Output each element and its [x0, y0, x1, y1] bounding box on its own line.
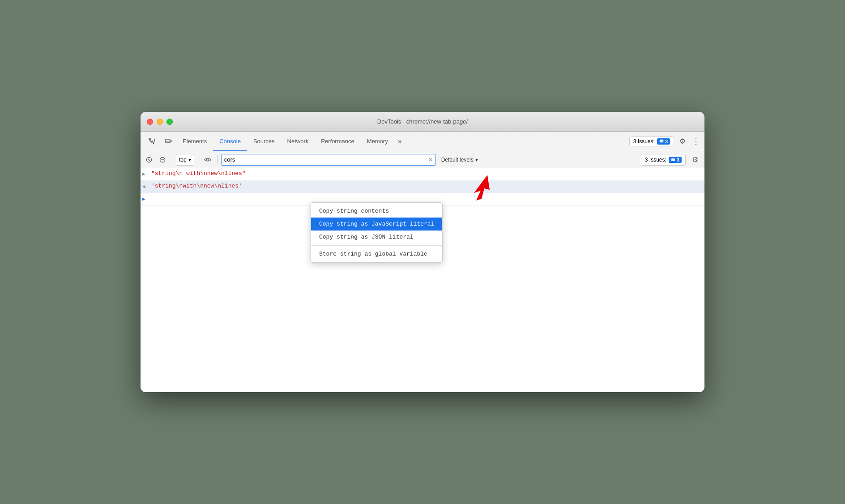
- maximize-button[interactable]: [166, 119, 173, 125]
- filter-input[interactable]: [224, 156, 427, 163]
- toolbar-divider-1: [172, 155, 172, 164]
- console-area: ▶ "string\n with\nnew\nlines" ◀ 'string\…: [141, 168, 704, 392]
- levels-chevron-icon: ▾: [475, 157, 478, 163]
- default-levels-label: Default levels: [441, 157, 474, 163]
- menu-item-copy-js-literal[interactable]: Copy string as JavaScript literal: [311, 218, 442, 231]
- device-toggle-button[interactable]: [160, 132, 176, 151]
- svg-rect-11: [671, 158, 675, 161]
- context-label: top: [179, 157, 187, 163]
- tab-performance[interactable]: Performance: [315, 132, 360, 151]
- svg-rect-4: [660, 140, 663, 142]
- window-controls: [147, 119, 173, 125]
- console-toolbar: top ▾ ✕ Default levels ▾ 3 Issues:: [141, 151, 704, 168]
- console-row-2: ◀ 'string\nwith\nnew\nlines' Copy string…: [141, 181, 704, 193]
- issues-badge: 3: [669, 157, 682, 163]
- close-button[interactable]: [147, 119, 153, 125]
- tab-memory[interactable]: Memory: [361, 132, 394, 151]
- tab-right-controls: 3 Issues: 3 ⚙ ⋮: [629, 132, 701, 151]
- context-menu: Copy string contents Copy string as Java…: [311, 202, 443, 263]
- toolbar-right: 3 Issues: 3 ⚙: [641, 153, 702, 167]
- issues-count-button[interactable]: 3 Issues: 3: [641, 154, 686, 166]
- menu-item-copy-contents[interactable]: Copy string contents: [311, 205, 442, 218]
- issues-badge-button[interactable]: 3 Issues: 3: [629, 137, 674, 146]
- console-input-2: 'string\nwith\nnew\nlines': [151, 183, 242, 189]
- menu-item-copy-json-literal[interactable]: Copy string as JSON literal: [311, 231, 442, 243]
- return-arrow-2: ◀: [142, 184, 149, 189]
- issues-label: 3 Issues:: [633, 138, 655, 145]
- svg-rect-1: [166, 139, 170, 143]
- default-levels-button[interactable]: Default levels ▾: [438, 156, 482, 164]
- live-expressions-button[interactable]: [202, 154, 213, 166]
- minimize-button[interactable]: [157, 119, 163, 125]
- toolbar-divider-3: [217, 155, 218, 164]
- tab-sources[interactable]: Sources: [247, 132, 281, 151]
- tab-console[interactable]: Console: [213, 132, 247, 151]
- svg-line-7: [148, 158, 150, 161]
- tab-network[interactable]: Network: [281, 132, 315, 151]
- devtools-window: DevTools - chrome://new-tab-page/ Elemen…: [141, 112, 704, 392]
- expand-arrow-1[interactable]: ▶: [142, 171, 149, 177]
- settings-icon[interactable]: ⚙: [676, 135, 689, 148]
- tab-elements[interactable]: Elements: [176, 132, 213, 151]
- prompt-arrow[interactable]: ▶: [142, 196, 149, 202]
- filter-search-box[interactable]: ✕: [221, 154, 436, 166]
- more-tabs-button[interactable]: »: [394, 132, 405, 151]
- window-title: DevTools - chrome://new-tab-page/: [377, 118, 468, 125]
- titlebar: DevTools - chrome://new-tab-page/: [141, 112, 704, 132]
- no-icon[interactable]: [157, 154, 168, 166]
- console-output-1: "string\n with\nnew\nlines": [151, 170, 246, 177]
- inspect-element-button[interactable]: [144, 132, 160, 151]
- search-clear-button[interactable]: ✕: [428, 157, 433, 163]
- svg-rect-2: [171, 140, 171, 142]
- console-row-1: ▶ "string\n with\nnew\nlines": [141, 168, 704, 181]
- menu-item-store-global[interactable]: Store string as global variable: [311, 248, 442, 261]
- issues-count-label: 3 Issues:: [645, 157, 666, 163]
- issues-count-badge: 3: [657, 138, 670, 145]
- console-settings-icon[interactable]: ⚙: [688, 153, 702, 167]
- menu-separator: [311, 245, 442, 246]
- context-selector[interactable]: top ▾: [176, 154, 194, 166]
- tabbar: Elements Console Sources Network Perform…: [141, 132, 704, 151]
- toolbar-divider-2: [198, 155, 198, 164]
- chevron-down-icon: ▾: [188, 157, 191, 163]
- more-options-icon[interactable]: ⋮: [691, 135, 701, 148]
- clear-console-button[interactable]: [143, 154, 155, 166]
- svg-point-10: [206, 158, 209, 161]
